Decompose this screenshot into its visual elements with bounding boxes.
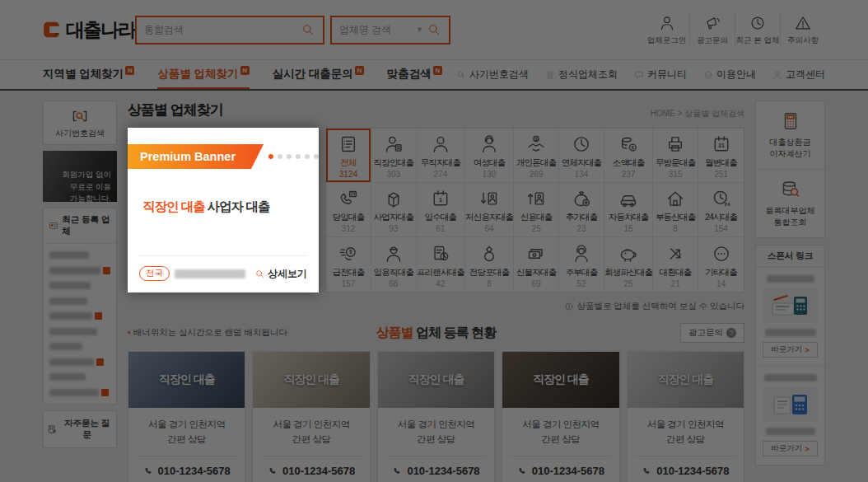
detail-link[interactable]: 상세보기 (254, 267, 307, 281)
nav-utility-official-company-lookup[interactable]: 정식업체조회 (545, 60, 618, 89)
house-icon (665, 188, 686, 209)
logo[interactable]: 대출나라 (43, 17, 135, 43)
card-phone[interactable]: 010-1234-5678 (137, 465, 236, 477)
banner-dot-5[interactable] (314, 154, 319, 159)
company-card[interactable]: 직장인 대출서울 경기 인천지역 간편 상담010-1234-5678대출나라전… (627, 351, 744, 482)
banner-dot-4[interactable] (305, 154, 310, 159)
faq-link[interactable]: 자주묻는 질문 (43, 410, 117, 448)
card-phone[interactable]: 010-1234-5678 (261, 465, 361, 477)
phone24-icon: 24 (338, 188, 359, 209)
search-icon[interactable] (301, 22, 315, 37)
nav-utility-customer-center[interactable]: 고객센터 (772, 60, 825, 89)
premium-banner[interactable]: Premium Banner 직장인 대출사업자 대출 전국 상세보기 (128, 128, 319, 292)
ad-inquiry-button[interactable]: 광고문의? (680, 323, 744, 343)
quick-link-company-login[interactable]: 업체로그인 (644, 12, 689, 48)
category-item[interactable]: 저신용자대출64 (465, 183, 514, 237)
category-item[interactable]: $개인돈대출269 (514, 129, 559, 183)
recent-company-item[interactable] (49, 358, 110, 366)
nav-utility-guide[interactable]: 이용안내 (703, 60, 756, 89)
category-item[interactable]: 프리랜서대출42 (417, 237, 465, 292)
nav-utility-fraud-number-search[interactable]: 사기번호검색 (456, 60, 529, 89)
company-card[interactable]: 직장인 대출서울 경기 인천지역 간편 상담010-1234-5678대출나라전… (377, 351, 495, 482)
company-card[interactable]: 직장인 대출서울 경기 인천지역 간편 상담010-1234-5678대출나라전… (128, 351, 245, 482)
card-phone[interactable]: 010-1234-5678 (636, 465, 735, 477)
recent-company-item[interactable] (49, 389, 110, 396)
category-item[interactable]: 무방문대출315 (653, 129, 698, 183)
recent-company-item[interactable] (49, 312, 110, 320)
category-item[interactable]: 24당일대출312 (326, 183, 371, 237)
free-signup-banner[interactable]: 회원가입 없이 무료로 이용 가능합니다. (43, 151, 117, 202)
category-item[interactable]: 주부대출52 (559, 237, 604, 292)
recent-company-item[interactable] (49, 282, 110, 289)
dots-icon (711, 243, 732, 264)
quick-link-caution[interactable]: 주의사항 (780, 12, 825, 48)
company-search-input[interactable] (339, 24, 413, 35)
category-item[interactable]: 사업자대출93 (371, 183, 417, 237)
global-search-input[interactable] (144, 24, 297, 35)
masked-sponsor-title (764, 374, 817, 381)
category-item[interactable]: 대환대출21 (653, 237, 698, 292)
exchange-icon (665, 243, 686, 264)
banner-dot-0[interactable] (268, 154, 273, 159)
sponsor-item[interactable]: 바로가기> (756, 366, 824, 465)
quick-link-ad-inquiry[interactable]: 광고문의 (689, 12, 735, 48)
category-item[interactable]: 연체자대출134 (559, 129, 604, 183)
category-item[interactable]: 추가대출23 (559, 183, 604, 237)
new-badge: N (240, 66, 250, 75)
nav-item-1[interactable]: 상품별 업체찾기N (157, 60, 249, 89)
category-item[interactable]: 회생파산대출25 (604, 237, 653, 292)
recent-company-item[interactable] (49, 373, 110, 381)
printer-icon (665, 133, 686, 155)
category-item[interactable]: 신용대출25 (514, 183, 559, 237)
card-phone[interactable]: 010-1234-5678 (386, 465, 486, 477)
card-phone[interactable]: 010-1234-5678 (511, 465, 610, 477)
coins-icon: $ (618, 133, 639, 155)
chevron-down-icon[interactable]: ▼ (416, 26, 423, 34)
nav-utility-community[interactable]: 커뮤니티 (634, 60, 687, 89)
category-item[interactable]: 2424시대출154 (698, 183, 744, 237)
company-card[interactable]: 직장인 대출서울 경기 인천지역 간편 상담010-1234-5678대출나라전… (252, 351, 370, 482)
category-item[interactable]: 1일수대출61 (417, 183, 465, 237)
category-item[interactable]: $소액대출237 (604, 129, 653, 183)
quick-link-recently-viewed[interactable]: 최근 본 업체 (735, 12, 780, 48)
recent-company-item[interactable] (49, 267, 110, 274)
car-icon (618, 188, 639, 209)
category-item[interactable]: 부동산대출8 (653, 183, 698, 237)
banner-dot-2[interactable] (287, 154, 292, 159)
category-item[interactable]: 일용직대출68 (371, 237, 417, 292)
category-item[interactable]: 무직자대출274 (417, 129, 465, 183)
category-item[interactable]: 신불자대출69 (514, 237, 559, 292)
nav-item-2[interactable]: 실시간 대출문의N (273, 60, 364, 89)
sponsor-item[interactable]: 바로가기> (756, 268, 824, 366)
category-item[interactable]: 전체3124 (326, 129, 371, 183)
banner-dot-3[interactable] (296, 154, 301, 159)
card-region: 서울 경기 인천지역 간편 상담 (511, 418, 610, 447)
category-item[interactable]: 여성대출130 (465, 129, 514, 183)
category-item[interactable]: 전당포대출8 (465, 237, 514, 292)
go-button[interactable]: 바로가기> (763, 441, 818, 456)
fraud-number-search-box[interactable]: 사기번호검색 (43, 101, 117, 145)
nav-item-0[interactable]: 지역별 업체찾기N (43, 60, 134, 89)
category-item[interactable]: 31월변대출251 (698, 129, 744, 183)
search-icon[interactable] (427, 22, 441, 37)
category-item[interactable]: $급전대출157 (326, 237, 371, 292)
woman-icon (478, 133, 500, 155)
banner-dot-1[interactable] (278, 154, 282, 159)
recent-company-item[interactable] (49, 251, 110, 259)
recent-companies-title: 최근 등록 업체 (62, 214, 111, 237)
loan-calculator-link[interactable]: 대출상환금 이자계산기 (756, 101, 824, 169)
category-item[interactable]: 기타대출14 (698, 237, 744, 292)
recent-company-item[interactable] (49, 343, 110, 350)
nav-item-3[interactable]: 맞춤검색N (387, 60, 442, 89)
new-badge (103, 267, 110, 274)
company-card[interactable]: 직장인 대출서울 경기 인천지역 간편 상담010-1234-5678대출나라전… (502, 351, 619, 482)
phone-icon (517, 466, 528, 476)
category-item[interactable]: 자동차대출15 (604, 183, 653, 237)
worker-icon (383, 243, 404, 264)
go-button[interactable]: 바로가기> (763, 342, 818, 358)
recent-company-item[interactable] (49, 297, 110, 305)
new-badge: N (355, 66, 364, 75)
category-item[interactable]: 직장인대출303 (371, 129, 417, 183)
recent-company-item[interactable] (49, 328, 110, 335)
lender-registry-link[interactable]: 등록대부업체 통합조회 (756, 169, 824, 237)
